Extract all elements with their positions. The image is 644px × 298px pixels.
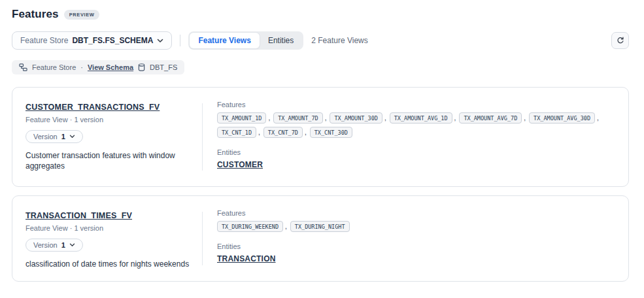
refresh-icon bbox=[617, 37, 624, 44]
feature-view-card: TRANSACTION_TIMES_FV Feature View · 1 ve… bbox=[12, 195, 629, 282]
feature-store-value: DBT_FS.FS_SCHEMA bbox=[72, 36, 153, 45]
feature-chip: TX_AMOUNT_AVG_1D bbox=[390, 112, 452, 124]
card-details: Features TX_DURING_WEEKEND,TX_DURING_NIG… bbox=[203, 196, 628, 281]
entity-link[interactable]: CUSTOMER bbox=[217, 160, 263, 169]
entities-section: Entities TRANSACTION bbox=[217, 242, 614, 264]
database-icon bbox=[138, 63, 145, 71]
breadcrumb-row: Feature Store · View Schema DBT_FS bbox=[12, 60, 629, 74]
features-page: Features PREVIEW Feature Store DBT_FS.FS… bbox=[0, 0, 644, 282]
chip-separator: , bbox=[524, 114, 526, 122]
view-schema-link[interactable]: View Schema bbox=[88, 63, 133, 71]
version-label: Version bbox=[33, 241, 58, 249]
entity-link[interactable]: TRANSACTION bbox=[217, 254, 276, 263]
chip-separator: , bbox=[258, 129, 260, 136]
feature-chip: TX_AMOUNT_1D bbox=[217, 112, 266, 124]
chip-separator: , bbox=[268, 114, 270, 122]
entities-section: Entities CUSTOMER bbox=[217, 148, 614, 170]
chip-separator: , bbox=[597, 114, 599, 122]
features-chip-list: TX_AMOUNT_1D,TX_AMOUNT_7D,TX_AMOUNT_30D,… bbox=[217, 112, 614, 138]
tab-entities[interactable]: Entities bbox=[260, 33, 302, 48]
feature-chip: TX_AMOUNT_AVG_30D bbox=[529, 112, 595, 124]
chevron-down-icon bbox=[157, 39, 163, 43]
card-details: Features TX_AMOUNT_1D,TX_AMOUNT_7D,TX_AM… bbox=[203, 88, 628, 186]
feature-view-meta: Feature View · 1 version bbox=[25, 224, 202, 232]
feature-chip: TX_AMOUNT_7D bbox=[273, 112, 322, 124]
breadcrumb: Feature Store · View Schema DBT_FS bbox=[12, 60, 184, 74]
chip-separator: , bbox=[305, 129, 307, 136]
version-value: 1 bbox=[61, 133, 65, 141]
feature-view-list: CUSTOMER_TRANSACTIONS_FV Feature View · … bbox=[12, 87, 629, 282]
feature-view-meta: Feature View · 1 version bbox=[25, 116, 202, 124]
card-info: CUSTOMER_TRANSACTIONS_FV Feature View · … bbox=[12, 88, 202, 186]
feature-view-title-link[interactable]: TRANSACTION_TIMES_FV bbox=[25, 211, 132, 220]
card-info: TRANSACTION_TIMES_FV Feature View · 1 ve… bbox=[12, 196, 202, 281]
feature-view-card: CUSTOMER_TRANSACTIONS_FV Feature View · … bbox=[12, 87, 629, 187]
features-section-label: Features bbox=[217, 209, 614, 217]
feature-view-description: Customer transaction features with windo… bbox=[25, 150, 202, 171]
feature-chip: TX_CNT_7D bbox=[263, 127, 303, 138]
feature-chip: TX_DURING_WEEKEND bbox=[217, 221, 283, 232]
chip-separator: , bbox=[384, 114, 386, 122]
feature-store-dropdown[interactable]: Feature Store DBT_FS.FS_SCHEMA bbox=[12, 31, 172, 50]
tab-feature-views[interactable]: Feature Views bbox=[190, 33, 259, 48]
features-chip-list: TX_DURING_WEEKEND,TX_DURING_NIGHT bbox=[217, 221, 614, 232]
chip-separator: , bbox=[454, 114, 456, 122]
preview-badge: PREVIEW bbox=[64, 10, 100, 20]
breadcrumb-separator: · bbox=[80, 63, 83, 71]
schema-icon bbox=[19, 63, 27, 71]
entities-section-label: Entities bbox=[217, 242, 614, 250]
features-section-label: Features bbox=[217, 101, 614, 108]
feature-chip: TX_CNT_1D bbox=[217, 127, 256, 138]
chip-separator: , bbox=[325, 114, 327, 122]
version-value: 1 bbox=[61, 241, 65, 249]
feature-store-label: Feature Store bbox=[20, 36, 68, 45]
chip-separator: , bbox=[285, 223, 287, 230]
version-dropdown[interactable]: Version 1 bbox=[25, 130, 83, 143]
view-tabs: Feature Views Entities bbox=[188, 31, 303, 50]
page-header: Features PREVIEW bbox=[12, 8, 629, 21]
feature-chip: TX_AMOUNT_AVG_7D bbox=[459, 112, 522, 124]
feature-view-title-link[interactable]: CUSTOMER_TRANSACTIONS_FV bbox=[25, 103, 160, 112]
breadcrumb-database-name: DBT_FS bbox=[150, 63, 177, 71]
breadcrumb-store-label: Feature Store bbox=[32, 63, 76, 71]
version-dropdown[interactable]: Version 1 bbox=[25, 239, 83, 252]
chevron-down-icon bbox=[69, 243, 75, 247]
chevron-down-icon bbox=[69, 135, 75, 139]
feature-chip: TX_CNT_30D bbox=[310, 127, 352, 138]
toolbar: Feature Store DBT_FS.FS_SCHEMA Feature V… bbox=[12, 31, 629, 50]
feature-chip: TX_DURING_NIGHT bbox=[290, 221, 350, 232]
feature-chip: TX_AMOUNT_30D bbox=[330, 112, 382, 124]
entities-section-label: Entities bbox=[217, 148, 614, 156]
page-title: Features bbox=[12, 8, 59, 21]
toolbar-divider bbox=[180, 35, 180, 46]
version-label: Version bbox=[33, 133, 58, 141]
feature-view-description: classification of date times for nights … bbox=[25, 259, 202, 269]
feature-views-count: 2 Feature Views bbox=[311, 36, 368, 45]
refresh-button[interactable] bbox=[611, 32, 629, 49]
